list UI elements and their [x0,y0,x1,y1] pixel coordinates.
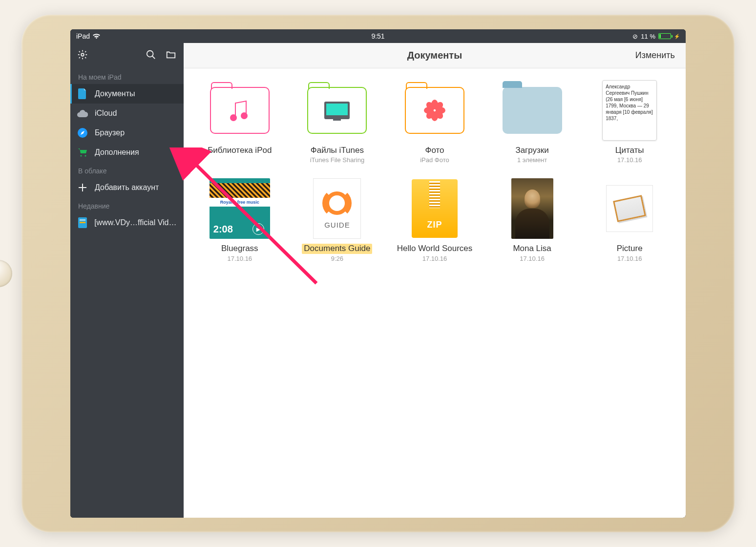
charging-icon: ⚡ [674,34,680,39]
edit-button[interactable]: Изменить [635,50,675,61]
svg-point-4 [85,155,86,157]
tile-date: 17.10.16 [227,255,252,263]
file-tile[interactable]: ФотоiPad Фото [388,80,481,165]
statusbar: iPad 9:51 ⊘ 11 % ⚡ [70,29,686,43]
sidebar-item-label: Браузер [95,128,125,137]
tile-subtitle: 1 элемент [517,156,547,165]
wifi-icon [93,34,100,39]
tile-thumb: Александр Сергеевич Пушкин (26 мая [6 ию… [599,80,660,141]
file-tile[interactable]: ZIPHello World Sources17.10.16 [388,178,481,263]
sidebar-item-label: Дополнения [95,148,139,157]
tile-thumb [502,178,563,239]
tile-title: Загрузки [515,146,548,155]
sidebar-item-label: [www.VDy…fficial Video) [94,218,177,227]
tile-date: 17.10.16 [422,255,447,263]
tile-thumb [502,80,563,141]
sidebar-section-head: В облаке [70,162,184,178]
tile-date: 17.10.16 [617,255,642,263]
svg-point-9 [241,112,248,119]
sidebar-item-label: iCloud [95,109,117,118]
search-icon[interactable] [146,49,156,62]
file-tile[interactable]: Royalty free music2:08▶Bluegrass17.10.16 [193,178,286,263]
sidebar-section-head: На моем iPad [70,68,184,84]
tile-title: Цитаты [615,146,644,155]
doc-icon [77,88,88,99]
page-title: Документы [407,50,462,61]
tile-thumb [599,178,660,239]
tile-title: Фото [425,146,444,155]
folder-icon[interactable] [165,49,177,62]
gear-icon[interactable] [77,49,88,62]
sidebar: На моем iPadДокументыiCloudБраузерДополн… [70,43,184,518]
sidebar-item[interactable]: [www.VDy…fficial Video) [70,213,184,232]
sidebar-item[interactable]: Дополнения [70,143,184,162]
navbar: Документы Изменить [184,43,686,68]
tile-title: Hello World Sources [397,244,473,253]
file-tile[interactable]: Picture17.10.16 [583,178,676,263]
tile-thumb: GUIDE [307,178,367,239]
cart-icon [77,148,88,157]
sidebar-item-label: Добавить аккаунт [95,183,159,192]
ipad-frame: iPad 9:51 ⊘ 11 % ⚡ На моем iPadДокументы… [21,15,735,532]
svg-rect-6 [80,219,85,221]
sidebar-item[interactable]: Документы [70,84,184,104]
svg-rect-12 [333,119,341,121]
sidebar-item[interactable]: iCloud [70,104,184,123]
sidebar-item-label: Документы [95,89,135,98]
tile-thumb [307,80,367,141]
svg-point-0 [81,53,84,56]
tile-title: Библиотека iPod [208,146,272,155]
tile-title: Documents Guide [302,244,372,253]
tile-date: 17.10.16 [520,255,545,263]
svg-rect-7 [80,222,85,223]
battery-percent: 11 % [641,33,655,40]
file-icon [77,217,87,228]
file-tile[interactable]: Mona Lisa17.10.16 [486,178,579,263]
tile-title: Mona Lisa [513,244,551,253]
tile-thumb: Royalty free music2:08▶ [210,178,270,239]
tile-title: Picture [617,244,643,253]
orientation-lock-icon: ⊘ [632,33,638,40]
tile-subtitle: iPad Фото [420,156,449,165]
cloud-icon [77,109,88,117]
compass-icon [77,128,88,138]
tile-date: 17.10.16 [617,156,642,165]
sidebar-item[interactable]: Добавить аккаунт [70,178,184,197]
file-tile[interactable]: Файлы iTunesiTunes File Sharing [291,80,384,165]
tile-date: 9:26 [331,255,343,263]
device-label: iPad [76,32,90,40]
file-tile[interactable]: Александр Сергеевич Пушкин (26 мая [6 ию… [583,80,676,165]
plus-icon [77,183,88,192]
status-time: 9:51 [371,32,384,40]
tile-subtitle: iTunes File Sharing [310,156,365,165]
sidebar-item[interactable]: Браузер [70,123,184,143]
file-tile[interactable]: GUIDEDocuments Guide9:26 [291,178,384,263]
svg-rect-11 [326,104,348,115]
home-button[interactable] [0,260,12,287]
file-tile[interactable]: Библиотека iPod [193,80,286,165]
main-content: Документы Изменить Библиотека iPodФайлы … [184,43,686,518]
file-tile[interactable]: Загрузки1 элемент [486,80,579,165]
sidebar-section-head: Недавние [70,197,184,213]
tile-thumb: ZIP [404,178,465,239]
tile-thumb [404,80,465,141]
svg-point-8 [230,114,237,121]
tile-title: Файлы iTunes [311,146,364,155]
tile-title: Bluegrass [221,244,258,253]
battery-icon [658,33,671,39]
svg-point-3 [81,155,82,157]
tile-thumb [210,80,270,141]
file-grid: Библиотека iPodФайлы iTunesiTunes File S… [184,68,686,518]
svg-point-1 [147,51,153,57]
